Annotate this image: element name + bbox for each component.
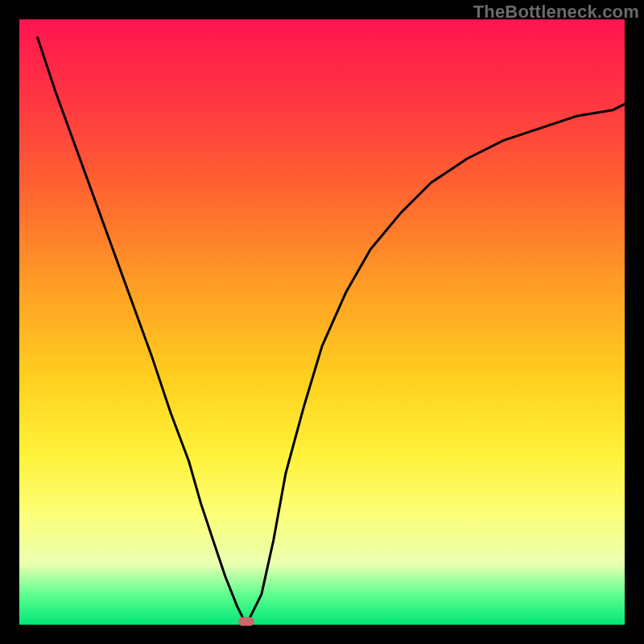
chart-frame: TheBottleneck.com — [0, 0, 644, 644]
watermark-text: TheBottleneck.com — [473, 2, 639, 23]
optimum-marker — [238, 617, 254, 626]
curve-svg — [19, 19, 625, 625]
bottleneck-curve — [38, 38, 625, 619]
plot-area — [19, 19, 625, 625]
